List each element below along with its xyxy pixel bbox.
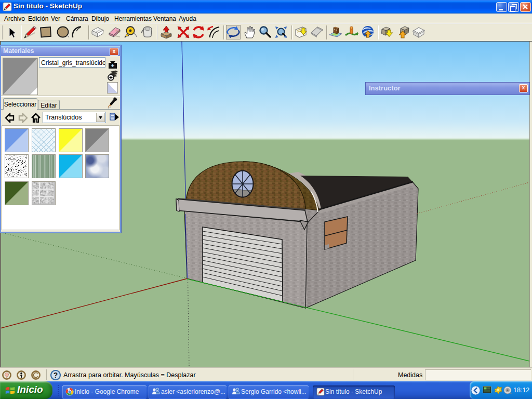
- svg-text:?: ?: [54, 371, 58, 379]
